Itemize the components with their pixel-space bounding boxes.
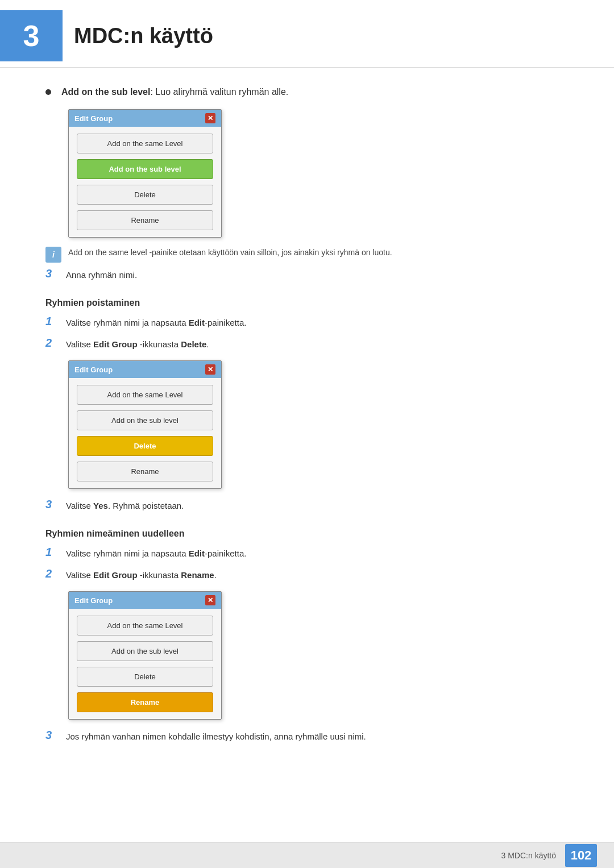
dialog2-box: Edit Group ✕ Add on the same Level Add o… [68,360,222,489]
chapter-number: 3 [23,19,40,53]
dialog3-box: Edit Group ✕ Add on the same Level Add o… [68,591,222,720]
step3c-item: 3 Jos ryhmän vanhan nimen kohdalle ilmes… [45,729,569,744]
delete-step1: 1 Valitse ryhmän nimi ja napsauta Edit-p… [45,315,569,330]
delete-step2-num: 2 [45,337,57,350]
rename-step1-text: Valitse ryhmän nimi ja napsauta Edit-pai… [66,546,246,560]
dialog1-btn-rename[interactable]: Rename [77,210,213,230]
delete-step2-text: Valitse Edit Group -ikkunasta Delete. [66,337,209,351]
add-sub-level-section: Add on the sub level: Luo aliryhmä valit… [45,85,569,99]
step3c-num: 3 [45,729,57,742]
dialog2-title: Edit Group [74,366,113,374]
bullet-item-sub: Add on the sub level: Luo aliryhmä valit… [45,85,569,99]
dialog1-wrapper: Edit Group ✕ Add on the same Level Add o… [68,109,569,238]
dialog1-btn-sub[interactable]: Add on the sub level [77,159,213,179]
dialog3-btn-sub[interactable]: Add on the sub level [77,641,213,661]
dialog2-close-btn[interactable]: ✕ [205,364,215,375]
chapter-badge: 3 [0,10,63,61]
main-content: Add on the sub level: Luo aliryhmä valit… [0,85,614,796]
bullet-label-sub: Add on the sub level [61,87,150,97]
dialog1-btn-same[interactable]: Add on the same Level [77,134,213,153]
step3a-num: 3 [45,267,57,280]
note-icon: i [45,247,61,263]
note1-text: Add on the same level -painike otetaan k… [68,247,392,259]
dialog2-btn-delete[interactable]: Delete [77,436,213,456]
dialog3-btn-delete[interactable]: Delete [77,667,213,687]
dialog2-wrapper: Edit Group ✕ Add on the same Level Add o… [68,360,569,489]
rename-step1: 1 Valitse ryhmän nimi ja napsauta Edit-p… [45,546,569,560]
dialog2-btn-rename[interactable]: Rename [77,462,213,481]
section-rename-heading: Ryhmien nimeäminen uudelleen [45,529,569,539]
section-delete-heading: Ryhmien poistaminen [45,298,569,308]
step3b-text: Valitse Yes. Ryhmä poistetaan. [66,498,184,513]
bullet-text-sub: Add on the sub level: Luo aliryhmä valit… [61,85,288,99]
dialog2-btn-sub[interactable]: Add on the sub level [77,410,213,430]
dialog1-titlebar: Edit Group ✕ [69,110,221,127]
dialog1-body: Add on the same Level Add on the sub lev… [69,127,221,237]
page-header: 3 MDC:n käyttö [0,0,614,68]
dialog3-btn-same[interactable]: Add on the same Level [77,616,213,636]
rename-step2-text: Valitse Edit Group -ikkunasta Rename. [66,567,217,582]
dialog1-title: Edit Group [74,114,113,123]
delete-step1-text: Valitse ryhmän nimi ja napsauta Edit-pai… [66,315,246,330]
dialog1-box: Edit Group ✕ Add on the same Level Add o… [68,109,222,238]
step3b-num: 3 [45,498,57,511]
note1-line: i Add on the same level -painike otetaan… [45,247,569,263]
dialog3-btn-rename[interactable]: Rename [77,692,213,712]
dialog1-close-btn[interactable]: ✕ [205,113,215,123]
step3a-item: 3 Anna ryhmän nimi. [45,267,569,282]
page-footer: 3 MDC:n käyttö 102 [0,842,614,868]
dialog2-btn-same[interactable]: Add on the same Level [77,385,213,405]
dialog3-title: Edit Group [74,596,113,605]
step3c-text: Jos ryhmän vanhan nimen kohdalle ilmesty… [66,729,366,744]
dialog3-close-btn[interactable]: ✕ [205,595,215,605]
dialog2-titlebar: Edit Group ✕ [69,361,221,378]
rename-step2-num: 2 [45,567,57,580]
dialog2-body: Add on the same Level Add on the sub lev… [69,378,221,488]
dialog3-body: Add on the same Level Add on the sub lev… [69,609,221,719]
dialog1-btn-delete[interactable]: Delete [77,185,213,205]
delete-step1-num: 1 [45,315,57,328]
dialog3-titlebar: Edit Group ✕ [69,592,221,609]
step3b-item: 3 Valitse Yes. Ryhmä poistetaan. [45,498,569,513]
bullet-desc-sub: : Luo aliryhmä valitun ryhmän alle. [150,87,288,97]
step3a-text: Anna ryhmän nimi. [66,267,137,282]
delete-step2: 2 Valitse Edit Group -ikkunasta Delete. [45,337,569,351]
footer-text: 3 MDC:n käyttö [501,851,556,860]
bullet-dot [45,89,51,95]
rename-step1-num: 1 [45,546,57,559]
dialog3-wrapper: Edit Group ✕ Add on the same Level Add o… [68,591,569,720]
page-title: MDC:n käyttö [74,24,213,48]
rename-step2: 2 Valitse Edit Group -ikkunasta Rename. [45,567,569,582]
footer-page-number: 102 [565,844,597,867]
